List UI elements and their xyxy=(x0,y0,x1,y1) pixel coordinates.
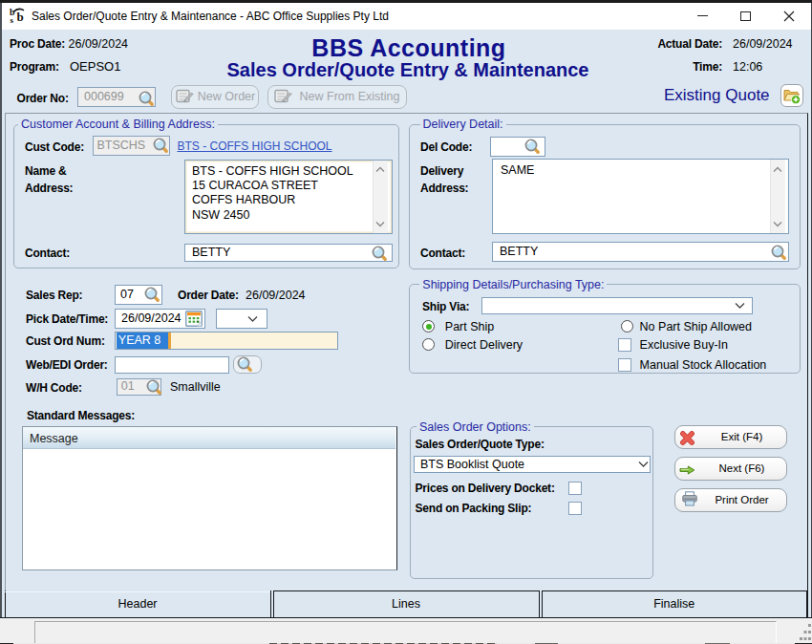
svg-text:s: s xyxy=(11,15,14,25)
svg-text:b: b xyxy=(17,10,24,24)
